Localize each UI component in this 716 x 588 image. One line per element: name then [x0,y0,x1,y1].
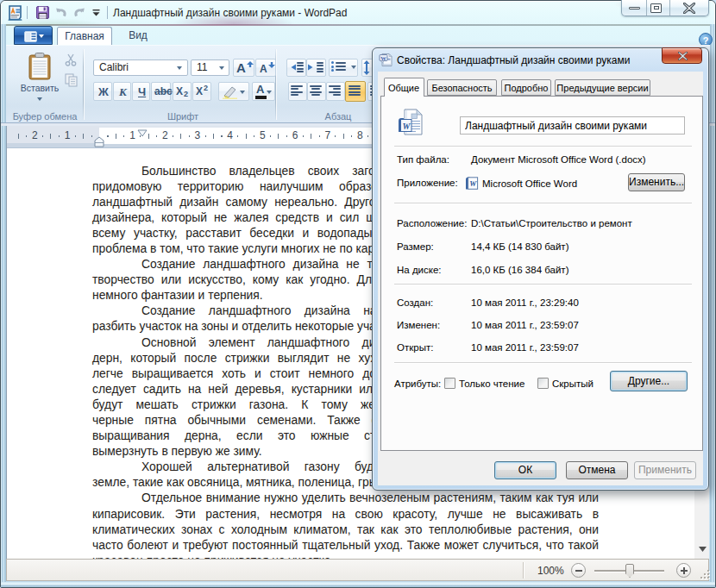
svg-text:W: W [403,122,411,131]
svg-text:W: W [380,55,386,61]
svg-text:W: W [469,179,477,188]
